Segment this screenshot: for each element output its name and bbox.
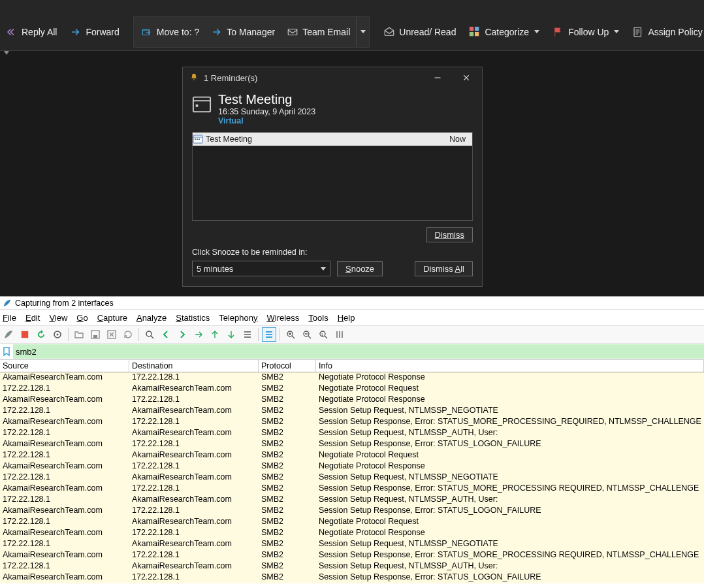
menu-go[interactable]: Go xyxy=(76,313,88,323)
assign-policy-button[interactable]: Assign Policy xyxy=(626,19,704,45)
cell-destination: AkamaiResearchTeam.com xyxy=(129,561,259,572)
team-email-button[interactable]: Team Email xyxy=(281,17,356,47)
stop-capture-button[interactable] xyxy=(18,327,32,342)
cell-protocol: SMB2 xyxy=(259,428,316,439)
column-source[interactable]: Source xyxy=(0,360,129,372)
restart-capture-button[interactable] xyxy=(34,327,48,342)
capture-options-button[interactable] xyxy=(50,327,65,342)
packet-row[interactable]: AkamaiResearchTeam.com172.22.128.1SMB2Se… xyxy=(0,439,704,450)
display-filter-input[interactable] xyxy=(13,344,704,359)
menu-edit[interactable]: Edit xyxy=(25,313,40,323)
packet-row[interactable]: AkamaiResearchTeam.com172.22.128.1SMB2Ne… xyxy=(0,461,704,472)
snooze-duration-select[interactable]: 5 minutes xyxy=(192,261,330,276)
cell-destination: 172.22.128.1 xyxy=(129,372,259,384)
auto-scroll-button[interactable] xyxy=(240,327,255,342)
find-packet-button[interactable] xyxy=(142,327,157,342)
cell-destination: 172.22.128.1 xyxy=(129,483,259,495)
column-info[interactable]: Info xyxy=(316,360,704,372)
menu-tools[interactable]: Tools xyxy=(308,313,328,323)
cell-protocol: SMB2 xyxy=(259,506,316,517)
dismiss-all-button[interactable]: Dismiss All xyxy=(415,261,473,276)
forward-icon xyxy=(70,26,82,38)
chevron-down-icon xyxy=(321,267,326,270)
wireshark-menubar: File Edit View Go Capture Analyze Statis… xyxy=(0,310,704,325)
zoom-in-button[interactable] xyxy=(283,327,298,342)
go-back-button[interactable] xyxy=(159,327,173,342)
minimize-button[interactable] xyxy=(426,69,449,87)
cell-source: 172.22.128.1 xyxy=(0,472,129,483)
menu-analyze[interactable]: Analyze xyxy=(136,313,167,323)
zoom-reset-button[interactable]: 1 xyxy=(316,327,330,342)
resize-columns-button[interactable] xyxy=(332,327,347,342)
packet-row[interactable]: 172.22.128.1AkamaiResearchTeam.comSMB2Se… xyxy=(0,495,704,506)
zoom-out-button[interactable] xyxy=(300,327,314,342)
column-protocol[interactable]: Protocol xyxy=(259,360,316,372)
reply-all-button[interactable]: Reply All xyxy=(0,19,63,45)
packet-row[interactable]: 172.22.128.1AkamaiResearchTeam.comSMB2Ne… xyxy=(0,450,704,461)
packet-row[interactable]: AkamaiResearchTeam.com172.22.128.1SMB2Ne… xyxy=(0,372,704,384)
packet-row[interactable]: 172.22.128.1AkamaiResearchTeam.comSMB2Se… xyxy=(0,539,704,550)
packet-row[interactable]: AkamaiResearchTeam.com172.22.128.1SMB2Se… xyxy=(0,417,704,428)
dismiss-all-post: ll xyxy=(460,264,464,274)
menu-help[interactable]: Help xyxy=(338,313,355,323)
packet-list[interactable]: AkamaiResearchTeam.com172.22.128.1SMB2Ne… xyxy=(0,372,704,588)
jump-packet-button[interactable] xyxy=(191,327,206,342)
go-forward-button[interactable] xyxy=(175,327,189,342)
quick-steps-expand[interactable] xyxy=(356,17,368,47)
forward-button[interactable]: Forward xyxy=(64,19,125,45)
reminder-location-link[interactable]: Virtual xyxy=(218,116,315,125)
move-to-button[interactable]: Move to: ? xyxy=(135,17,205,47)
packet-row[interactable]: AkamaiResearchTeam.com172.22.128.1SMB2Ne… xyxy=(0,395,704,406)
svg-text:1: 1 xyxy=(321,333,324,336)
unread-read-button[interactable]: Unread/ Read xyxy=(377,19,462,45)
start-capture-button[interactable] xyxy=(1,327,16,342)
wireshark-fin-icon xyxy=(3,299,12,308)
cell-source: 172.22.128.1 xyxy=(0,517,129,528)
packet-row[interactable]: AkamaiResearchTeam.com172.22.128.1SMB2Se… xyxy=(0,550,704,561)
reload-file-button[interactable] xyxy=(121,327,135,342)
dismiss-button[interactable]: Dismiss xyxy=(426,227,473,242)
save-file-button[interactable] xyxy=(88,327,103,342)
close-button[interactable] xyxy=(455,69,478,87)
reminders-list[interactable]: Test Meeting Now xyxy=(192,132,473,221)
cell-info: Session Setup Request, NTLMSSP_NEGOTIATE xyxy=(316,406,704,417)
wireshark-title: Capturing from 2 interfaces xyxy=(15,299,114,308)
menu-statistics[interactable]: Statistics xyxy=(176,313,210,323)
snooze-button[interactable]: Snooze xyxy=(337,261,383,276)
svg-rect-10 xyxy=(195,139,196,140)
packet-row[interactable]: 172.22.128.1AkamaiResearchTeam.comSMB2Ne… xyxy=(0,384,704,395)
packet-row[interactable]: 172.22.128.1AkamaiResearchTeam.comSMB2Se… xyxy=(0,472,704,483)
reminder-row[interactable]: Test Meeting Now xyxy=(193,133,472,146)
go-last-button[interactable] xyxy=(224,327,238,342)
menu-file[interactable]: File xyxy=(3,313,16,323)
close-file-button[interactable] xyxy=(104,327,119,342)
follow-up-button[interactable]: Follow Up xyxy=(547,19,625,45)
forward-label: Forward xyxy=(86,27,119,37)
packet-row[interactable]: 172.22.128.1AkamaiResearchTeam.comSMB2Se… xyxy=(0,561,704,572)
packet-row[interactable]: AkamaiResearchTeam.com172.22.128.1SMB2Ne… xyxy=(0,528,704,539)
cell-info: Session Setup Response, Error: STATUS_MO… xyxy=(316,417,704,428)
packet-row[interactable]: 172.22.128.1AkamaiResearchTeam.comSMB2Ne… xyxy=(0,517,704,528)
pane-splitter-caret-icon[interactable] xyxy=(4,51,9,55)
packet-row[interactable]: 172.22.128.1AkamaiResearchTeam.comSMB2Se… xyxy=(0,428,704,439)
to-manager-button[interactable]: To Manager xyxy=(205,17,281,47)
menu-telephony[interactable]: Telephony xyxy=(219,313,257,323)
packet-row[interactable]: AkamaiResearchTeam.com172.22.128.1SMB2Se… xyxy=(0,483,704,495)
packet-row[interactable]: AkamaiResearchTeam.com172.22.128.1SMB2Se… xyxy=(0,506,704,517)
open-file-button[interactable] xyxy=(72,327,86,342)
categorize-button[interactable]: Categorize xyxy=(463,19,545,45)
column-destination[interactable]: Destination xyxy=(129,360,259,372)
colorize-button[interactable] xyxy=(262,327,276,342)
menu-view[interactable]: View xyxy=(49,313,67,323)
cell-info: Negotiate Protocol Response xyxy=(316,372,704,384)
menu-capture[interactable]: Capture xyxy=(97,313,127,323)
filter-bookmark-icon[interactable] xyxy=(1,346,12,357)
cell-source: AkamaiResearchTeam.com xyxy=(0,550,129,561)
svg-point-19 xyxy=(146,331,152,336)
categorize-icon xyxy=(469,26,481,38)
cell-protocol: SMB2 xyxy=(259,372,316,384)
packet-row[interactable]: 172.22.128.1AkamaiResearchTeam.comSMB2Se… xyxy=(0,406,704,417)
go-first-button[interactable] xyxy=(208,327,222,342)
menu-wireless[interactable]: Wireless xyxy=(267,313,300,323)
packet-row[interactable]: AkamaiResearchTeam.com172.22.128.1SMB2Se… xyxy=(0,572,704,583)
